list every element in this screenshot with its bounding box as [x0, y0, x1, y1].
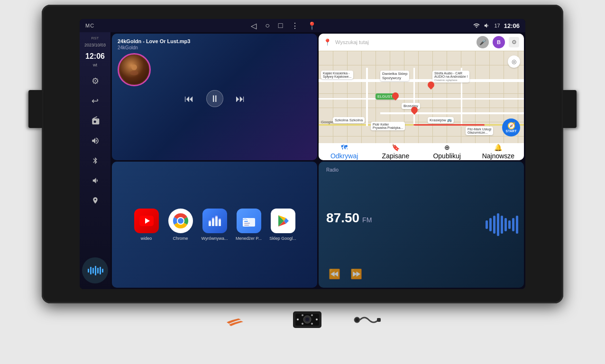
settings-icon[interactable]: ⚙	[86, 72, 104, 90]
prev-button[interactable]: ⏮	[181, 90, 198, 107]
svg-rect-5	[100, 267, 101, 274]
backup-camera-item	[291, 309, 324, 330]
map-location-button[interactable]: ◎	[508, 55, 520, 68]
map-settings-button[interactable]: ⚙	[509, 37, 519, 47]
volume-down-icon[interactable]	[86, 172, 104, 190]
playstore-icon	[271, 209, 295, 233]
pry-tool-item	[224, 313, 262, 327]
map-nav-odkrywaj[interactable]: 🗺 Odkrywaj	[319, 144, 370, 160]
map-bottom-nav: 🗺 Odkrywaj 🔖 Zapisane ⊕ Opublikuj 🔔	[319, 143, 524, 160]
nav-recent-button[interactable]: □	[278, 21, 283, 30]
radio-label: Radio	[326, 167, 516, 173]
music-artist: 24kGoldn	[118, 45, 312, 50]
svg-rect-6	[102, 269, 103, 273]
cable-item	[352, 310, 381, 329]
map-voice-button[interactable]: 🎤	[477, 36, 489, 48]
app-label-eq: Wyrównywa...	[202, 236, 228, 241]
map-user-avatar[interactable]: B	[493, 36, 505, 48]
accessories-row	[224, 309, 381, 330]
sidebar-date: 2023/10/03	[84, 42, 106, 48]
svg-point-38	[302, 314, 303, 316]
map-search-icon: 📍	[323, 38, 331, 46]
svg-point-35	[305, 318, 309, 321]
status-right: 17 12:06	[473, 22, 520, 29]
map-start-button[interactable]: 🧭 START	[502, 118, 520, 136]
music-widget: 24kGoldn - Love Or Lust.mp3 24kGoldn	[112, 34, 317, 160]
radio-band: FM	[362, 216, 372, 224]
map-nav-najnowsze[interactable]: 🔔 Najnowsze	[473, 144, 524, 160]
svg-rect-18	[219, 219, 221, 226]
side-tab-right	[562, 90, 577, 128]
main-content: RST 2023/10/03 12:06 wt ⚙ ↩	[80, 32, 525, 289]
nav-maps-button[interactable]: 📍	[307, 21, 317, 30]
map-search-bar: 📍 Wyszukaj tutaj 🎤 B ⚙	[319, 34, 524, 51]
nav-home-button[interactable]: ○	[265, 21, 270, 30]
svg-rect-16	[212, 218, 214, 226]
map-search-input[interactable]: Wyszukaj tutaj	[335, 39, 473, 45]
radio-waveform	[486, 213, 518, 236]
playback-controls: ⏮ ⏸ ⏭	[118, 90, 312, 107]
battery-level: 17	[494, 23, 500, 28]
sidebar-day: wt	[93, 63, 97, 67]
music-title: 24kGoldn - Love Or Lust.mp3	[118, 38, 312, 44]
side-tab-left	[28, 90, 43, 128]
map-nav-opublikuj[interactable]: ⊕ Opublikuj	[422, 144, 473, 160]
wave-bar-2	[489, 218, 492, 231]
car-unit: MC ◁ ○ □ ⋮ 📍 17 12:06	[42, 5, 563, 303]
audio-waveform[interactable]	[82, 257, 108, 283]
mc-label: MC	[85, 23, 94, 28]
sidebar-time: 12:06	[85, 52, 105, 61]
app-item-eq[interactable]: Wyrównywa...	[201, 209, 229, 241]
svg-rect-4	[97, 268, 99, 273]
app-item-files[interactable]: Menedżer P...	[235, 209, 263, 241]
youtube-icon	[134, 209, 159, 233]
map-label-danielka: Danielka SklepSpożywczy	[380, 71, 409, 81]
next-button[interactable]: ⏭	[232, 90, 249, 107]
back-arrow-icon[interactable]: ↩	[86, 92, 104, 110]
svg-point-37	[316, 318, 318, 320]
nav-back-button[interactable]: ◁	[251, 21, 257, 30]
wave-bar-3	[493, 216, 495, 234]
map-nav-zapisane[interactable]: 🔖 Zapisane	[370, 144, 421, 160]
wave-bar-1	[486, 220, 488, 229]
equalizer-icon	[202, 209, 227, 233]
wave-bar-4	[497, 213, 499, 236]
album-art-inner	[120, 55, 148, 84]
volume-up-icon[interactable]	[86, 132, 104, 150]
radio-forward-button[interactable]: ⏩	[348, 266, 364, 282]
app-item-wideo[interactable]: wideo	[132, 209, 161, 241]
rst-label: RST	[92, 36, 99, 40]
chrome-icon	[168, 209, 193, 233]
map-background: Kajaki Krasieńka -Spływy Kajakowe... Dan…	[319, 51, 524, 143]
radio-rewind-button[interactable]: ⏪	[326, 266, 342, 282]
app-item-playstore[interactable]: Sklep Googl...	[269, 209, 297, 241]
svg-point-41	[311, 323, 313, 325]
svg-rect-3	[95, 266, 96, 275]
nav-menu-button[interactable]: ⋮	[291, 21, 299, 30]
radio-icon[interactable]	[86, 112, 104, 130]
sidebar: RST 2023/10/03 12:06 wt ⚙ ↩	[80, 32, 110, 289]
map-road-v	[413, 68, 415, 126]
map-widget: 📍 Wyszukaj tutaj 🎤 B ⚙	[319, 34, 524, 160]
play-pause-button[interactable]: ⏸	[206, 90, 223, 107]
status-bar: MC ◁ ○ □ ⋮ 📍 17 12:06	[80, 19, 525, 32]
nav-bar: ◁ ○ □ ⋮ 📍	[251, 21, 317, 30]
map-route	[413, 124, 485, 126]
map-label-piotr: Piotr KellerPrywatna Praktyka...	[371, 122, 405, 130]
svg-rect-2	[92, 268, 94, 273]
location-icon[interactable]	[86, 191, 104, 209]
map-road	[380, 112, 524, 114]
svg-point-14	[178, 218, 183, 224]
speaker-icon	[484, 22, 490, 29]
svg-rect-0	[88, 269, 89, 273]
map-label-krasiejow: Krasiejów 🚌	[428, 117, 454, 123]
bluetooth-icon[interactable]	[86, 152, 104, 170]
radio-number: 87.50	[326, 210, 359, 226]
app-item-chrome[interactable]: Chrome	[166, 209, 195, 241]
wifi-icon	[473, 22, 480, 29]
album-art	[118, 53, 151, 86]
wave-bar-6	[504, 218, 507, 231]
map-label-strefa: Strefa Audio - CARAUDIO na Androidzie !O…	[432, 71, 469, 82]
svg-rect-21	[215, 216, 218, 217]
map-label-fliz: Fliz-Mark UsługiGlazurnicze...	[466, 127, 493, 135]
